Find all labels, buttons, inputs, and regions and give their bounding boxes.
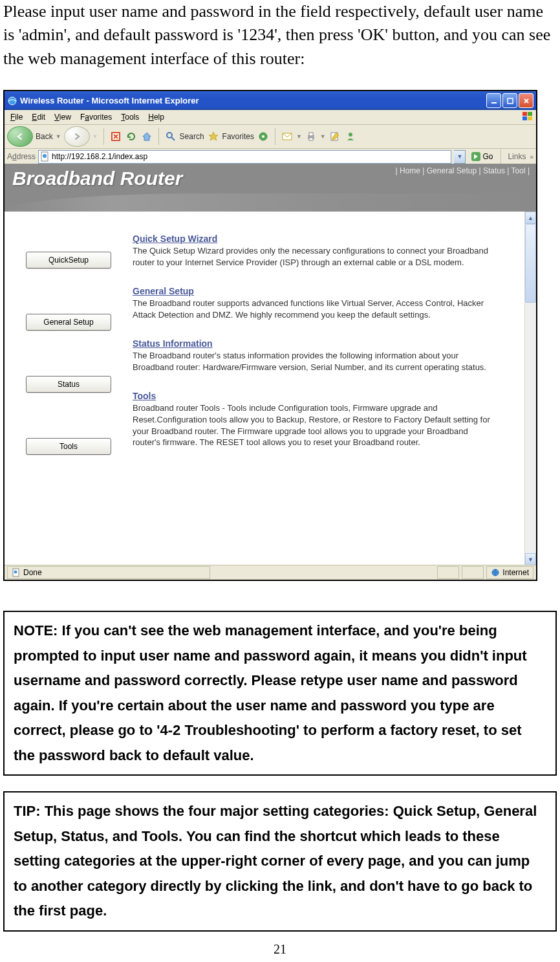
vertical-scrollbar[interactable]: ▲ ▼ xyxy=(524,212,536,565)
svg-rect-13 xyxy=(309,133,313,136)
menu-favorites[interactable]: Favorites xyxy=(76,111,116,123)
toolbar-separator xyxy=(158,128,159,145)
svg-rect-3 xyxy=(522,112,527,116)
go-button[interactable]: Go xyxy=(468,150,495,163)
scroll-track[interactable] xyxy=(525,224,536,553)
window-title: Wireless Router - Microsoft Internet Exp… xyxy=(20,96,486,105)
svg-rect-2 xyxy=(508,98,513,104)
media-icon[interactable] xyxy=(257,130,270,143)
menu-bar: File Edit View Favorites Tools Help xyxy=(5,110,536,125)
status-text: Done xyxy=(23,568,42,577)
address-dropdown-icon[interactable]: ▼ xyxy=(454,150,466,164)
svg-rect-1 xyxy=(491,102,497,104)
quicksetup-button[interactable]: QuickSetup xyxy=(26,252,111,268)
home-icon[interactable] xyxy=(140,130,153,143)
svg-rect-14 xyxy=(309,138,313,140)
status-empty-panel xyxy=(437,566,459,579)
address-label: Address xyxy=(7,152,36,161)
section-description: The Quick Setup Wizard provides only the… xyxy=(133,245,495,268)
address-bar: Address http://192.168.2.1/index.asp ▼ G… xyxy=(5,149,536,165)
menu-file[interactable]: File xyxy=(6,111,27,123)
back-dropdown-icon[interactable]: ▼ xyxy=(56,133,61,140)
tools-button[interactable]: Tools xyxy=(26,438,111,455)
print-dropdown-icon[interactable]: ▼ xyxy=(320,133,326,140)
print-icon[interactable] xyxy=(305,130,318,143)
go-label: Go xyxy=(482,152,493,161)
section-status: Status Information The Broadband router'… xyxy=(133,338,495,373)
toolbar: Back ▼ ▼ Search Favorite xyxy=(5,125,536,149)
browser-window: Wireless Router - Microsoft Internet Exp… xyxy=(3,90,537,581)
router-brand: Broadband Router xyxy=(12,168,182,190)
generalsetup-button[interactable]: General Setup xyxy=(26,314,111,331)
scroll-down-icon[interactable]: ▼ xyxy=(525,553,536,565)
status-done-panel: Done xyxy=(7,566,210,579)
windows-flag-icon xyxy=(522,111,533,122)
svg-rect-5 xyxy=(522,116,527,120)
edit-page-icon[interactable] xyxy=(328,130,341,143)
status-zone-panel: Internet xyxy=(486,566,533,579)
search-label[interactable]: Search xyxy=(180,132,204,141)
section-title[interactable]: Tools xyxy=(133,391,495,401)
status-zone-text: Internet xyxy=(502,568,529,577)
forward-dropdown-icon[interactable]: ▼ xyxy=(92,133,98,140)
svg-rect-6 xyxy=(528,116,532,120)
close-button[interactable] xyxy=(519,93,533,108)
toolbar-separator xyxy=(275,128,275,145)
messenger-icon[interactable] xyxy=(344,130,357,143)
status-bar: Done Internet xyxy=(5,565,536,580)
section-tools: Tools Broadband router Tools - Tools inc… xyxy=(133,391,495,448)
svg-point-10 xyxy=(262,135,264,138)
mail-icon[interactable] xyxy=(281,130,294,143)
search-icon[interactable] xyxy=(164,130,177,143)
menu-edit[interactable]: Edit xyxy=(27,111,50,123)
back-label: Back xyxy=(36,132,53,141)
page-icon xyxy=(40,151,50,162)
scroll-thumb[interactable] xyxy=(525,224,536,303)
status-empty-panel xyxy=(462,566,484,579)
address-input[interactable]: http://192.168.2.1/index.asp xyxy=(38,150,451,164)
ie-icon xyxy=(7,96,17,106)
section-title[interactable]: Status Information xyxy=(133,338,495,349)
svg-point-18 xyxy=(43,154,47,158)
menu-view[interactable]: View xyxy=(50,111,76,123)
web-content: Broadband Router | Home | General Setup … xyxy=(5,164,536,565)
favorites-icon[interactable] xyxy=(207,130,220,143)
svg-rect-4 xyxy=(528,112,532,116)
section-title[interactable]: General Setup xyxy=(133,286,495,296)
section-description: The Broadband router's status informatio… xyxy=(133,350,495,373)
stop-icon[interactable] xyxy=(109,130,122,143)
window-title-bar: Wireless Router - Microsoft Internet Exp… xyxy=(5,91,536,110)
router-banner: Broadband Router | Home | General Setup … xyxy=(5,164,536,212)
router-sidebar: QuickSetup General Setup Status Tools xyxy=(5,212,133,565)
tip-box: TIP: This page shows the four major sett… xyxy=(3,791,557,932)
router-main-content: Quick Setup Wizard The Quick Setup Wizar… xyxy=(133,212,536,565)
toolbar-separator xyxy=(501,148,501,165)
status-button[interactable]: Status xyxy=(26,376,111,393)
scroll-up-icon[interactable]: ▲ xyxy=(525,212,536,224)
router-top-links[interactable]: | Home | General Setup | Status | Tool | xyxy=(396,166,530,175)
toolbar-separator xyxy=(103,128,104,145)
section-generalsetup: General Setup The Broadband router suppo… xyxy=(133,286,495,320)
mail-dropdown-icon[interactable]: ▼ xyxy=(296,133,302,140)
svg-point-21 xyxy=(14,571,17,574)
page-icon xyxy=(12,568,21,577)
page-number: 21 xyxy=(3,942,557,957)
banner-decoration xyxy=(5,193,536,212)
section-description: The Broadband router supports advanced f… xyxy=(133,298,495,320)
section-description: Broadband router Tools - Tools include C… xyxy=(133,402,495,448)
section-title[interactable]: Quick Setup Wizard xyxy=(133,234,495,244)
intro-paragraph: Please input user name and password in t… xyxy=(3,0,557,71)
refresh-icon[interactable] xyxy=(125,130,138,143)
favorites-label[interactable]: Favorites xyxy=(222,132,254,141)
menu-help[interactable]: Help xyxy=(144,111,169,123)
minimize-button[interactable] xyxy=(486,93,501,108)
back-button[interactable] xyxy=(7,126,33,147)
menu-tools[interactable]: Tools xyxy=(116,111,144,123)
globe-icon xyxy=(491,568,500,577)
links-chevron-icon[interactable]: » xyxy=(530,153,533,160)
svg-point-16 xyxy=(349,133,352,137)
links-label[interactable]: Links xyxy=(506,152,527,161)
maximize-button[interactable] xyxy=(502,93,517,108)
svg-point-8 xyxy=(167,133,172,138)
forward-button[interactable] xyxy=(64,126,90,147)
